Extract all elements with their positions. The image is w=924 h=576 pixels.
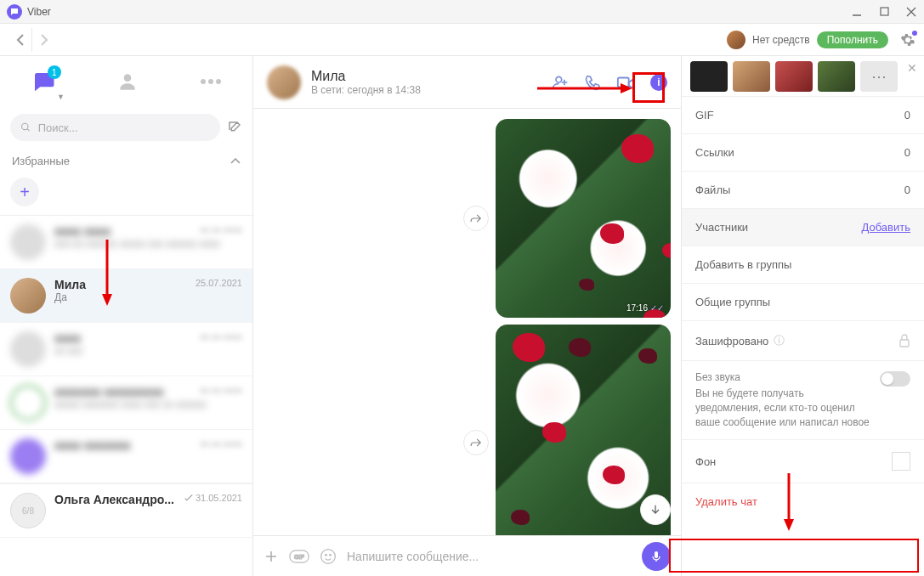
svg-point-7 [216,79,221,84]
tab-more[interactable] [200,78,222,85]
contact-avatar[interactable] [267,65,301,99]
chevron-up-icon [230,158,241,165]
settings-gear-icon[interactable] [900,32,915,48]
gif-count: 0 [904,109,910,121]
message-input[interactable] [347,550,632,563]
encrypted-label: Зашифровано [695,335,768,347]
message-area: 17:16✓✓ 17:16✓✓ [253,109,681,535]
sticker-button[interactable] [320,548,337,565]
svg-point-8 [22,123,28,129]
chat-date: xx.xx.xxxx [200,438,242,449]
media-thumbnails: ⋯ ✕ [682,56,924,97]
svg-rect-19 [655,551,658,558]
gif-label: GIF [695,109,714,121]
chat-preview: xx xxx [54,345,242,357]
lock-icon [898,334,910,347]
nav-back-button[interactable] [9,28,32,52]
chat-avatar [10,278,46,313]
svg-point-16 [321,549,336,563]
background-label: Фон [695,455,716,468]
media-thumb[interactable] [733,61,770,92]
delete-chat-label: Удалить чат [695,495,757,508]
topup-button[interactable]: Пополнить [817,31,888,48]
add-favorite-button[interactable]: + [10,178,39,206]
forward-button[interactable] [463,430,489,455]
attach-button[interactable] [264,549,279,564]
forward-button[interactable] [463,206,489,231]
files-count: 0 [904,184,910,196]
info-files-row[interactable]: Файлы 0 [682,172,924,209]
chat-date: xx.xx.xxxx [200,224,242,234]
svg-marker-22 [621,83,632,93]
info-add-groups-row[interactable]: Добавить в группы [682,246,924,284]
add-participant-link[interactable]: Добавить [862,221,910,234]
scroll-down-button[interactable] [640,494,671,525]
info-links-row[interactable]: Ссылки 0 [682,134,924,172]
nav-forward-button[interactable] [32,28,56,52]
info-gif-row[interactable]: GIF 0 [682,97,924,134]
annotation-arrow-horizontal [536,82,632,95]
tab-chats[interactable]: 1 ▼ [31,69,56,94]
info-icon: ⓘ [774,333,785,348]
chat-date: xx.xx.xxxx [200,385,242,395]
chat-item[interactable]: xxxxxxx xxxxxxxxxxxxxx xxxxxxx xxxx xxx … [0,376,252,430]
window-maximize-icon[interactable] [878,6,890,18]
media-thumb[interactable] [775,61,813,92]
close-icon[interactable]: ✕ [907,61,917,75]
message-composer: GIF [253,535,681,576]
chat-panel: Мила В сети: сегодня в 14:38 i 17:16✓✓ [253,56,681,576]
chat-avatar [10,224,46,260]
info-participants-row[interactable]: Участники Добавить [682,209,924,246]
balance-label: Нет средств [752,34,810,46]
annotation-arrow-sidebar [100,238,114,306]
chat-item[interactable]: 6/8 Ольга Александро... 31.05.2021 [0,483,252,538]
info-common-groups-row[interactable]: Общие группы [682,284,924,321]
svg-point-5 [201,79,206,84]
links-label: Ссылки [695,146,734,159]
media-more[interactable]: ⋯ [860,61,898,92]
chat-item[interactable]: xxxxxx xxx xx.xx.xxxx [0,323,252,376]
chat-avatar [10,438,46,474]
window-titlebar: Viber [0,0,924,24]
svg-marker-24 [102,294,112,306]
media-thumb[interactable] [818,61,855,92]
search-input[interactable] [38,121,210,134]
chat-avatar [10,385,46,421]
svg-marker-26 [784,519,794,531]
window-minimize-icon[interactable] [851,6,863,18]
window-close-icon[interactable] [905,6,917,18]
delete-chat-button[interactable]: Удалить чат [682,483,924,520]
participants-label: Участники [695,221,748,234]
background-swatch[interactable] [892,452,910,471]
chat-item[interactable]: xxxx xxxxxxx xx.xx.xxxx [0,430,252,483]
tab-contacts[interactable] [116,71,139,93]
chat-item[interactable]: xxxx xxxxxxx-xx xxxxxx xxxxx xxx xxxxxx … [0,216,252,269]
voice-message-button[interactable] [642,542,671,571]
svg-point-4 [124,74,132,82]
mute-desc: Вы не будете получать уведомления, если … [695,387,871,429]
annotation-info-highlight [632,72,665,103]
app-icon [7,4,22,20]
chat-item-selected[interactable]: МилаДа 25.07.2021 [0,269,252,323]
common-groups-label: Общие группы [695,296,770,308]
chat-date: 25.07.2021 [196,278,242,288]
message-image[interactable]: 17:16✓✓ [496,119,671,318]
info-background-row[interactable]: Фон [682,440,924,483]
chat-avatar [10,331,46,367]
files-label: Файлы [695,184,730,196]
info-encrypted-row[interactable]: Зашифровано ⓘ [682,321,924,361]
favorites-header[interactable]: Избранные [0,148,252,174]
user-avatar[interactable] [727,31,745,49]
unread-badge: 1 [48,65,61,79]
annotation-arrow-delete [782,472,796,531]
contact-name: Мила [311,69,421,84]
media-thumb[interactable] [690,61,728,92]
mute-toggle[interactable] [880,371,910,387]
svg-point-18 [330,554,332,556]
gif-button[interactable]: GIF [289,549,309,564]
search-input-wrap[interactable] [10,114,220,141]
chevron-down-icon: ▼ [57,93,65,101]
svg-text:GIF: GIF [294,553,305,561]
compose-button[interactable] [227,120,242,135]
favorites-label: Избранные [12,155,70,167]
